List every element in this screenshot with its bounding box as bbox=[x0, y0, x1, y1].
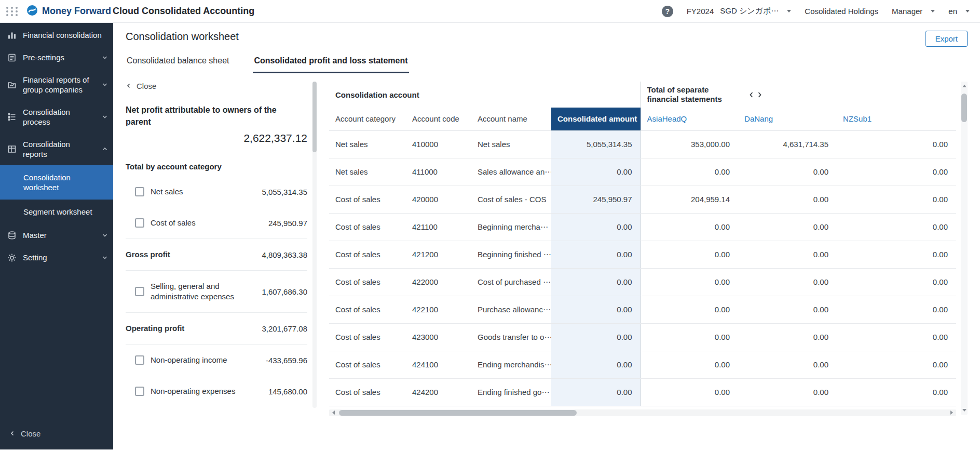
brand-money-forward: Money Forward bbox=[42, 6, 111, 16]
topbar: Money ForwardCloud Consolidated Accounti… bbox=[0, 0, 980, 23]
scroll-up-arrow-icon[interactable] bbox=[962, 85, 967, 87]
sidebar-item-pre-settings[interactable]: Pre-settings bbox=[0, 46, 113, 69]
help-icon[interactable]: ? bbox=[662, 6, 673, 17]
table-row: Cost of sales424100Ending merchandis⋯0.0… bbox=[329, 351, 956, 378]
consolidated-amount-cell: 0.00 bbox=[551, 378, 641, 406]
column-header-account-code: Account code bbox=[406, 108, 471, 130]
vertical-scrollbar-thumb[interactable] bbox=[961, 94, 967, 122]
sidebar-item-consolidation-worksheet[interactable]: Consolidation worksheet bbox=[0, 165, 113, 200]
sidebar-collapse-button[interactable]: Close bbox=[0, 421, 113, 449]
vertical-scrollbar[interactable] bbox=[961, 82, 968, 415]
sidebar-item-label: Master bbox=[23, 230, 94, 240]
company-amount-cell: 0.00 bbox=[641, 323, 738, 351]
tab-consolidated-balance-sheet[interactable]: Consolidated balance sheet bbox=[126, 51, 230, 73]
scroll-left-arrow-icon[interactable] bbox=[332, 411, 335, 415]
sidebar-item-label: Setting bbox=[23, 253, 94, 262]
account-cell: 421100 bbox=[406, 213, 471, 241]
summary-row-label: Cost of sales bbox=[151, 218, 196, 228]
account-cell: Cost of sales bbox=[329, 323, 406, 351]
category-checkbox[interactable] bbox=[135, 355, 144, 365]
account-cell: Cost of sales bbox=[329, 213, 406, 241]
company-amount-cell: 0.00 bbox=[738, 378, 837, 406]
consolidated-amount-cell: 0.00 bbox=[551, 241, 641, 268]
horizontal-scrollbar-track[interactable] bbox=[338, 409, 947, 416]
language-label: en bbox=[948, 7, 957, 16]
chevron-down-icon bbox=[102, 82, 108, 88]
fiscal-year-label: FY2024 bbox=[687, 7, 714, 16]
export-button[interactable]: Export bbox=[925, 31, 968, 47]
company-amount-cell: 0.00 bbox=[641, 296, 738, 323]
company-amount-cell: 0.00 bbox=[738, 241, 837, 268]
category-checkbox[interactable] bbox=[135, 387, 144, 396]
task-list-icon bbox=[7, 112, 17, 122]
summary-close-label: Close bbox=[137, 82, 156, 90]
tab-consolidated-profit-and-loss-statement[interactable]: Consolidated profit and loss statement bbox=[253, 51, 409, 73]
category-checkbox[interactable] bbox=[135, 218, 144, 228]
sidebar-item-setting[interactable]: Setting bbox=[0, 246, 113, 269]
horizontal-scrollbar-thumb[interactable] bbox=[339, 410, 577, 416]
account-cell: Ending finished go⋯ bbox=[471, 378, 551, 406]
horizontal-scrollbar[interactable] bbox=[329, 409, 956, 416]
account-cell: Purchase allowanc⋯ bbox=[471, 296, 551, 323]
summary-row-label: Selling, general and administrative expe… bbox=[151, 281, 257, 302]
sidebar-item-financial-reports-of-group-companies[interactable]: Financial reports of group companies bbox=[0, 69, 113, 101]
summary-scrollbar-thumb[interactable] bbox=[312, 82, 317, 152]
worksheet-table-area: Consolidation account Total of separate … bbox=[329, 82, 968, 449]
column-header-danang[interactable]: DaNang bbox=[738, 108, 837, 130]
consolidated-amount-cell: 0.00 bbox=[551, 268, 641, 296]
company-amount-cell: 0.00 bbox=[641, 213, 738, 241]
sidebar-item-segment-worksheet[interactable]: Segment worksheet bbox=[0, 200, 113, 224]
account-cell: Ending merchandis⋯ bbox=[471, 351, 551, 378]
sidebar-item-consolidation-reports[interactable]: Consolidation reports bbox=[0, 133, 113, 165]
sidebar-item-label: Pre-settings bbox=[23, 52, 94, 62]
vertical-scrollbar-track[interactable] bbox=[961, 90, 968, 406]
table-row: Cost of sales422100Purchase allowanc⋯0.0… bbox=[329, 296, 956, 323]
fiscal-year-entity-selector[interactable]: FY2024 SGD シンガポ⋯ bbox=[687, 6, 792, 16]
consolidated-amount-cell: 0.00 bbox=[551, 158, 641, 186]
company-amount-cell: 0.00 bbox=[738, 323, 837, 351]
sidebar-item-financial-consolidation[interactable]: Financial consolidation bbox=[0, 24, 113, 46]
sidebar-item-label: Consolidation reports bbox=[23, 139, 94, 159]
account-cell: 410000 bbox=[406, 130, 471, 158]
company-amount-cell: 0.00 bbox=[837, 296, 956, 323]
app-launcher-icon[interactable] bbox=[6, 7, 19, 16]
chevron-down-icon bbox=[965, 10, 970, 12]
scroll-right-arrow-icon[interactable] bbox=[950, 411, 953, 415]
column-header-asiaheadq[interactable]: AsiaHeadQ bbox=[641, 108, 738, 130]
column-header-nzsub1[interactable]: NZSub1 bbox=[837, 108, 956, 130]
worksheet-table: Consolidation account Total of separate … bbox=[329, 82, 956, 406]
account-cell: 420000 bbox=[406, 186, 471, 213]
money-forward-logo[interactable]: Money ForwardCloud Consolidated Accounti… bbox=[26, 5, 254, 18]
tab-bar: Consolidated balance sheet Consolidated … bbox=[113, 51, 980, 73]
account-cell: 422100 bbox=[406, 296, 471, 323]
chevron-left-icon bbox=[126, 82, 132, 90]
chevron-down-icon bbox=[787, 10, 791, 12]
sidebar-item-master[interactable]: Master bbox=[0, 224, 113, 246]
next-company-arrow-icon[interactable] bbox=[756, 91, 763, 99]
summary-category-row: Selling, general and administrative expe… bbox=[126, 271, 307, 312]
column-header-account-category: Account category bbox=[329, 108, 406, 130]
summary-category-row: Non-operating expenses145,680.00 bbox=[126, 376, 307, 407]
company-amount-cell: 0.00 bbox=[837, 158, 956, 186]
brand-product-name: Cloud Consolidated Accounting bbox=[113, 6, 254, 16]
group-header-consolidation-account: Consolidation account bbox=[329, 82, 641, 108]
summary-row-value: 4,809,363.38 bbox=[262, 250, 307, 259]
category-checkbox[interactable] bbox=[135, 287, 144, 296]
summary-row-value: 3,201,677.08 bbox=[262, 324, 307, 333]
summary-row-label: Operating profit bbox=[126, 323, 184, 334]
account-cell: Goods transfer to o⋯ bbox=[471, 323, 551, 351]
summary-row-value: 1,607,686.30 bbox=[262, 287, 307, 296]
language-selector[interactable]: en bbox=[948, 7, 970, 16]
scroll-down-arrow-icon[interactable] bbox=[962, 409, 967, 412]
company-amount-cell: 0.00 bbox=[837, 351, 956, 378]
previous-company-arrow-icon[interactable] bbox=[748, 91, 755, 99]
summary-panel-close-button[interactable]: Close bbox=[126, 82, 156, 90]
sidebar-item-consolidation-process[interactable]: Consolidation process bbox=[0, 101, 113, 133]
consolidated-amount-cell: 0.00 bbox=[551, 296, 641, 323]
account-cell: Cost of sales bbox=[329, 186, 406, 213]
category-checkbox[interactable] bbox=[135, 187, 144, 196]
account-cell: Beginning mercha⋯ bbox=[471, 213, 551, 241]
role-selector[interactable]: Manager bbox=[892, 7, 935, 16]
chevron-left-icon bbox=[9, 429, 16, 438]
summary-scrollbar[interactable] bbox=[312, 82, 317, 408]
